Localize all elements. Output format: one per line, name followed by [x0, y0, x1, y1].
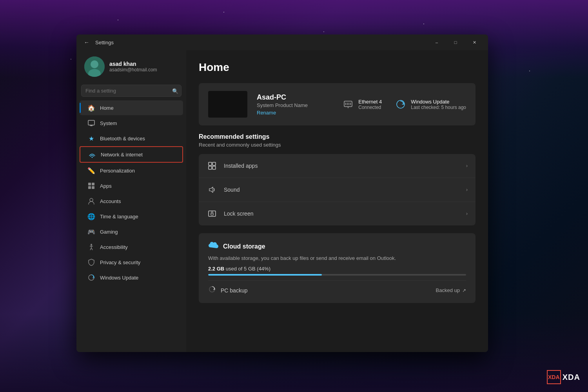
- svg-rect-30: [211, 213, 213, 215]
- xda-label: XDA: [563, 373, 580, 382]
- sound-row[interactable]: Sound ›: [199, 178, 475, 202]
- update-info: Windows Update Last checked: 5 hours ago: [411, 99, 466, 110]
- maximize-button[interactable]: □: [446, 36, 465, 49]
- svg-rect-5: [89, 125, 93, 125]
- network-icon: [88, 151, 96, 158]
- ethernet-info: Ethernet 4 Connected: [358, 99, 382, 110]
- window-controls: – □ ✕: [428, 36, 483, 49]
- page-title: Home: [199, 61, 475, 74]
- sidebar-item-label-time: Time & language: [100, 214, 138, 220]
- sidebar-item-bluetooth[interactable]: ★ Bluetooth & devices: [80, 131, 183, 146]
- sidebar-item-label-privacy: Privacy & security: [100, 260, 140, 265]
- minimize-button[interactable]: –: [428, 36, 446, 49]
- sidebar-item-gaming[interactable]: 🎮 Gaming: [80, 224, 183, 239]
- storage-used: 2.2 GB: [208, 266, 224, 272]
- close-button[interactable]: ✕: [465, 36, 483, 49]
- pc-backup-row[interactable]: PC backup Backed up ↗: [208, 280, 466, 295]
- system-icon: [87, 119, 95, 127]
- cloud-icon: [208, 241, 219, 252]
- update-label: Windows Update: [411, 99, 466, 105]
- sound-chevron: ›: [466, 187, 468, 192]
- lock-screen-label: Lock screen: [224, 211, 460, 217]
- sidebar-item-system[interactable]: System: [80, 116, 183, 131]
- recommended-subtitle: Recent and commonly used settings: [199, 142, 475, 148]
- svg-rect-25: [212, 162, 216, 165]
- sidebar-item-time[interactable]: 🌐 Time & language: [80, 209, 183, 224]
- search-icon[interactable]: 🔍: [172, 88, 178, 94]
- svg-line-16: [91, 248, 93, 250]
- back-button[interactable]: ←: [81, 37, 92, 48]
- privacy-icon: [87, 258, 95, 266]
- cloud-storage-card: Cloud storage With available storage, yo…: [199, 233, 475, 303]
- sidebar-item-privacy[interactable]: Privacy & security: [80, 255, 183, 270]
- svg-point-1: [91, 60, 98, 68]
- installed-apps-icon: [207, 160, 218, 171]
- time-icon: 🌐: [87, 212, 95, 220]
- storage-text: 2.2 GB used of 5 GB (44%): [208, 266, 466, 272]
- sidebar-item-label-personalization: Personalization: [100, 168, 135, 174]
- svg-rect-7: [88, 183, 91, 185]
- storage-progress-bar: [208, 274, 466, 276]
- lock-screen-icon: [207, 208, 218, 219]
- sidebar-item-network[interactable]: Network & internet: [80, 146, 183, 163]
- svg-rect-4: [90, 125, 93, 126]
- svg-point-11: [90, 198, 93, 201]
- sidebar-item-label-home: Home: [100, 105, 114, 111]
- content-area: Home Asad-PC System Product Name Rename: [186, 50, 488, 352]
- pc-status-items: Ethernet 4 Connected: [342, 98, 466, 111]
- xda-box: XDA: [547, 370, 561, 384]
- installed-apps-label: Installed apps: [224, 163, 460, 169]
- sidebar-item-label-gaming: Gaming: [100, 229, 118, 235]
- lock-screen-chevron: ›: [466, 211, 468, 216]
- svg-rect-10: [92, 186, 94, 189]
- sidebar-item-label-apps: Apps: [100, 183, 112, 189]
- user-info: asad khan asadsim@hotmail.com: [109, 61, 157, 73]
- svg-rect-27: [212, 166, 216, 169]
- pc-info-card: Asad-PC System Product Name Rename: [199, 83, 475, 125]
- sidebar-item-personalization[interactable]: ✏️ Personalization: [80, 163, 183, 178]
- sidebar-item-accounts[interactable]: Accounts: [80, 194, 183, 209]
- backup-status: Backed up: [436, 287, 460, 293]
- user-name: asad khan: [109, 61, 157, 67]
- cloud-header: Cloud storage: [208, 241, 466, 252]
- sidebar-item-accessibility[interactable]: Accessibility: [80, 240, 183, 254]
- installed-apps-row[interactable]: Installed apps ›: [199, 154, 475, 178]
- cloud-desc: With available storage, you can back up …: [208, 255, 466, 261]
- sidebar-item-label-update: Windows Update: [100, 275, 138, 281]
- lock-screen-row[interactable]: Lock screen ›: [199, 202, 475, 225]
- sidebar-item-home[interactable]: 🏠 Home: [80, 100, 183, 115]
- sidebar-nav: 🏠 Home System ★ Bluetooth & de: [76, 100, 186, 285]
- recommended-section: Recommended settings Recent and commonly…: [199, 133, 475, 225]
- sidebar-item-label-accessibility: Accessibility: [100, 244, 128, 250]
- settings-body: asad khan asadsim@hotmail.com 🔍 🏠 Home: [76, 50, 488, 352]
- title-bar: ← Settings – □ ✕: [76, 34, 488, 50]
- sidebar-item-label-accounts: Accounts: [100, 198, 121, 204]
- pc-backup-label: PC backup: [221, 287, 436, 294]
- accounts-icon: [87, 197, 95, 205]
- storage-info: 2.2 GB used of 5 GB (44%): [208, 266, 466, 276]
- storage-of-text: used of 5 GB (44%): [226, 266, 270, 272]
- windows-update-icon: [394, 98, 407, 111]
- svg-rect-3: [88, 120, 94, 125]
- svg-line-15: [90, 248, 91, 250]
- pc-rename-link[interactable]: Rename: [257, 110, 332, 116]
- user-email: asadsim@hotmail.com: [109, 67, 157, 73]
- ethernet-label: Ethernet 4: [358, 99, 382, 105]
- sidebar-item-label-network: Network & internet: [101, 152, 143, 158]
- apps-icon: [87, 182, 95, 190]
- settings-window: ← Settings – □ ✕ asad khan: [76, 34, 488, 352]
- search-input[interactable]: [81, 85, 181, 97]
- svg-point-12: [91, 244, 92, 245]
- svg-rect-8: [92, 183, 94, 185]
- sidebar-item-label-bluetooth: Bluetooth & devices: [100, 136, 145, 142]
- pc-product-name: System Product Name: [257, 102, 332, 108]
- user-profile[interactable]: asad khan asadsim@hotmail.com: [76, 50, 186, 85]
- sidebar-item-label-system: System: [100, 120, 117, 126]
- gaming-icon: 🎮: [87, 228, 95, 236]
- ethernet-sub: Connected: [358, 105, 382, 110]
- sidebar-item-update[interactable]: Windows Update: [80, 270, 183, 285]
- accessibility-icon: [87, 243, 95, 251]
- sidebar: asad khan asadsim@hotmail.com 🔍 🏠 Home: [76, 50, 186, 352]
- sidebar-item-apps[interactable]: Apps: [80, 178, 183, 193]
- update-sub: Last checked: 5 hours ago: [411, 105, 466, 110]
